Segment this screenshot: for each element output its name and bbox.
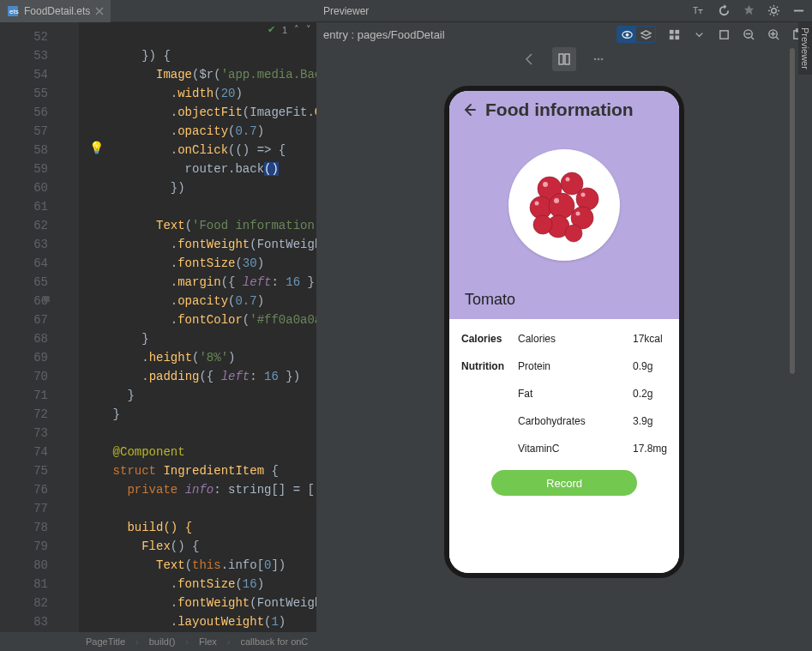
svg-point-32 (566, 177, 570, 181)
nav-row (316, 46, 812, 72)
font-size-icon[interactable]: Tᴛ (693, 4, 706, 17)
food-header: Food information (485, 99, 634, 120)
previewer-panel: Previewer Tᴛ entry : pages/FoodDetail (316, 0, 812, 632)
nutri-row-value: 17kcal (633, 333, 667, 345)
zoom-out-icon[interactable] (743, 28, 755, 41)
inspector-mode-group (617, 26, 656, 43)
svg-point-36 (576, 211, 580, 215)
nutri-row-label: Fat (518, 388, 633, 400)
intention-bulb-icon[interactable]: 💡 (89, 141, 104, 154)
nutri-row-label: Calories (518, 333, 633, 345)
nav-split-icon[interactable] (552, 47, 576, 71)
fit-icon[interactable] (718, 28, 731, 41)
nutri-row-label: Carbohydrates (518, 415, 633, 427)
crumb-1[interactable]: build() (149, 636, 176, 647)
grid-icon[interactable] (668, 28, 681, 41)
svg-point-20 (601, 58, 604, 61)
tab-fooddetail[interactable]: ets FoodDetail.ets (0, 0, 111, 22)
nutri-row-value: 0.2g (633, 388, 667, 400)
vcs-bar: ✔ 1 ˄ ˅ (268, 24, 311, 35)
svg-point-18 (594, 58, 597, 61)
nutrition-label: Nutrition (461, 360, 518, 372)
tab-bar: ets FoodDetail.ets (0, 0, 316, 22)
editor-body[interactable]: ✔ 1 ˄ ˅ 525354555657585960616263646566■6… (0, 22, 316, 632)
nutri-row-label: Protein (518, 360, 633, 372)
code-area[interactable]: }) { Image($r('app.media.Back')) .width(… (79, 22, 316, 632)
editor-column: ets FoodDetail.ets ✔ 1 ˄ ˅ 5253545556575… (0, 0, 316, 632)
svg-rect-8 (675, 29, 679, 33)
phone-header-area: Food information (449, 91, 679, 319)
svg-rect-9 (670, 35, 674, 39)
vcs-check-icon: ✔ (268, 24, 275, 35)
svg-text:Tᴛ: Tᴛ (693, 6, 703, 15)
svg-point-6 (625, 33, 629, 36)
vcs-up-icon[interactable]: ˄ (294, 24, 299, 35)
svg-point-30 (565, 225, 582, 242)
svg-point-33 (581, 192, 586, 196)
calories-label: Calories (461, 333, 518, 345)
entry-path: entry : pages/FoodDetail (323, 28, 445, 41)
preview-scrollbar[interactable] (790, 45, 797, 632)
back-arrow-icon[interactable] (461, 102, 477, 118)
preview-scroll-thumb[interactable] (790, 48, 795, 374)
svg-rect-17 (565, 54, 569, 64)
previewer-header: Previewer Tᴛ (316, 0, 812, 22)
svg-rect-7 (670, 29, 674, 33)
svg-point-19 (598, 58, 600, 61)
inspector-eye-icon[interactable] (617, 27, 636, 42)
gutter[interactable]: 525354555657585960616263646566■676869707… (0, 22, 79, 632)
svg-rect-10 (675, 35, 679, 39)
nutrition-area: CaloriesCalories17kcalNutritionProtein0.… (449, 319, 679, 573)
svg-point-3 (772, 9, 777, 14)
crumb-3[interactable]: callback for onC (240, 636, 308, 647)
file-icon: ets (7, 5, 19, 17)
inspector-layers-icon[interactable] (636, 27, 655, 42)
food-name: Tomato (461, 289, 667, 310)
entry-row: entry : pages/FoodDetail (316, 22, 812, 46)
record-button[interactable]: Record (491, 470, 637, 496)
tab-close-icon[interactable] (95, 7, 104, 15)
minimize-icon[interactable] (792, 4, 805, 17)
nav-more-icon[interactable] (586, 47, 611, 71)
previewer-side-tab[interactable]: Previewer (798, 22, 812, 75)
svg-rect-16 (559, 54, 563, 64)
zoom-in-icon[interactable] (767, 28, 780, 41)
vcs-change-count: 1 (282, 25, 287, 35)
phone-mock: Food information (444, 86, 684, 578)
tab-filename: FoodDetail.ets (24, 5, 90, 17)
nutri-row-value: 0.9g (633, 360, 667, 372)
svg-point-29 (533, 215, 552, 234)
dropdown-icon[interactable] (693, 28, 706, 41)
crumb-2[interactable]: Flex (199, 636, 217, 647)
nutri-row-value: 17.8mg (633, 443, 667, 455)
svg-point-26 (549, 193, 574, 219)
nutri-row-label: VitaminC (518, 443, 633, 455)
svg-point-35 (554, 198, 559, 203)
food-image (461, 120, 667, 289)
vcs-down-icon[interactable]: ˅ (306, 24, 311, 35)
crumb-0[interactable]: PageTitle (86, 636, 125, 647)
breadcrumb: PageTitle› build()› Flex› callback for o… (0, 632, 812, 651)
nutri-row-value: 3.9g (633, 415, 667, 427)
svg-point-31 (543, 182, 548, 187)
tomato-illustration (517, 158, 611, 252)
profiler-icon[interactable] (743, 4, 755, 17)
svg-rect-4 (794, 10, 803, 12)
record-label: Record (546, 477, 582, 490)
preview-canvas: Food information (316, 72, 812, 632)
svg-point-34 (535, 201, 539, 205)
svg-text:ets: ets (9, 8, 19, 15)
gear-icon[interactable] (767, 4, 780, 17)
refresh-icon[interactable] (718, 4, 731, 17)
previewer-title: Previewer (323, 5, 369, 17)
svg-rect-11 (720, 30, 728, 38)
nav-back-icon[interactable] (518, 47, 542, 71)
